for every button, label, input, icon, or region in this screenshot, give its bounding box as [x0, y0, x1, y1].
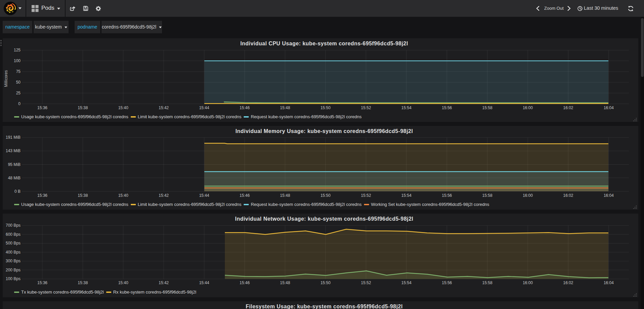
svg-text:15:38: 15:38: [78, 105, 88, 110]
svg-text:15:54: 15:54: [401, 193, 411, 198]
svg-text:15:42: 15:42: [159, 105, 169, 110]
svg-text:16:00: 16:00: [523, 280, 533, 285]
svg-text:95 MiB: 95 MiB: [8, 162, 21, 167]
svg-text:15:50: 15:50: [320, 105, 330, 110]
svg-text:15:36: 15:36: [37, 193, 47, 198]
svg-text:15:46: 15:46: [240, 105, 250, 110]
svg-text:400 Bps: 400 Bps: [6, 250, 21, 255]
svg-text:16:02: 16:02: [563, 105, 573, 110]
svg-text:48 MiB: 48 MiB: [8, 176, 21, 180]
svg-text:15:42: 15:42: [159, 193, 169, 198]
svg-text:0 B: 0 B: [14, 189, 21, 194]
svg-text:16:00: 16:00: [523, 193, 533, 198]
svg-text:25: 25: [16, 91, 21, 95]
svg-text:100 Bps: 100 Bps: [6, 276, 21, 281]
svg-text:15:58: 15:58: [482, 280, 492, 285]
svg-text:15:36: 15:36: [37, 105, 47, 110]
svg-text:16:00: 16:00: [523, 105, 533, 110]
svg-text:300 Bps: 300 Bps: [6, 259, 21, 263]
svg-text:15:42: 15:42: [159, 280, 169, 285]
svg-text:15:58: 15:58: [482, 105, 492, 110]
svg-text:15:38: 15:38: [78, 193, 88, 198]
svg-text:700 Bps: 700 Bps: [6, 223, 21, 228]
svg-text:15:44: 15:44: [199, 105, 209, 110]
svg-text:15:40: 15:40: [118, 193, 128, 198]
svg-text:16:02: 16:02: [563, 280, 573, 285]
svg-text:75: 75: [16, 69, 21, 74]
svg-text:15:52: 15:52: [361, 105, 371, 110]
svg-text:Millicores: Millicores: [4, 70, 8, 87]
svg-text:15:48: 15:48: [280, 193, 290, 198]
svg-text:15:48: 15:48: [280, 280, 290, 285]
svg-text:16:04: 16:04: [604, 193, 614, 198]
svg-text:15:40: 15:40: [118, 105, 128, 110]
svg-text:15:50: 15:50: [320, 280, 330, 285]
svg-text:15:46: 15:46: [240, 280, 250, 285]
svg-text:50: 50: [16, 80, 21, 85]
svg-text:15:56: 15:56: [442, 193, 452, 198]
svg-text:15:58: 15:58: [482, 193, 492, 198]
svg-text:125: 125: [14, 48, 21, 52]
svg-text:16:02: 16:02: [563, 193, 573, 198]
svg-text:200 Bps: 200 Bps: [6, 268, 21, 272]
svg-text:15:48: 15:48: [280, 105, 290, 110]
svg-text:143 MiB: 143 MiB: [6, 148, 21, 153]
svg-text:100: 100: [14, 58, 21, 63]
svg-text:15:36: 15:36: [37, 280, 47, 285]
svg-text:600 Bps: 600 Bps: [6, 232, 21, 237]
svg-text:15:54: 15:54: [401, 105, 411, 110]
svg-text:191 MiB: 191 MiB: [6, 135, 21, 140]
svg-text:16:04: 16:04: [604, 105, 614, 110]
svg-text:500 Bps: 500 Bps: [6, 241, 21, 246]
svg-text:15:52: 15:52: [361, 280, 371, 285]
svg-text:15:54: 15:54: [401, 280, 411, 285]
svg-text:15:56: 15:56: [442, 105, 452, 110]
svg-text:15:40: 15:40: [118, 280, 128, 285]
svg-text:15:38: 15:38: [78, 280, 88, 285]
svg-text:15:44: 15:44: [199, 280, 209, 285]
svg-text:15:46: 15:46: [240, 193, 250, 198]
svg-text:0: 0: [18, 101, 21, 106]
svg-text:16:04: 16:04: [604, 280, 614, 285]
svg-text:15:44: 15:44: [199, 193, 209, 198]
svg-text:15:52: 15:52: [361, 193, 371, 198]
svg-text:15:56: 15:56: [442, 280, 452, 285]
svg-text:15:50: 15:50: [320, 193, 330, 198]
